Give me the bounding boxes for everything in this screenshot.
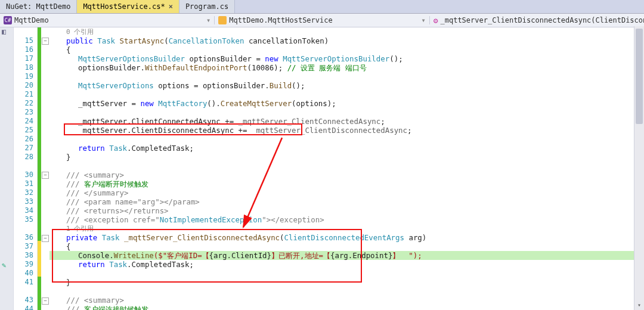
bookmark-icon[interactable]: ◧: [2, 27, 6, 36]
line-number: 18: [14, 63, 33, 72]
line-number: 26: [14, 135, 33, 144]
line-number: 33: [14, 197, 33, 206]
line-number: 23: [14, 108, 33, 117]
line-number: 36: [14, 233, 33, 242]
line-number: 20: [14, 81, 33, 90]
csharp-project-icon: C#: [4, 16, 12, 24]
scope-project-dropdown[interactable]: C# MqttDemo ▾: [0, 16, 214, 24]
code-line[interactable]: /// <exception cref="NotImplementedExcep…: [49, 215, 644, 224]
close-icon[interactable]: ×: [169, 2, 173, 11]
line-number: 16: [14, 45, 33, 54]
line-number: 32: [14, 188, 33, 197]
outlining-margin[interactable]: − − − −: [41, 27, 49, 310]
line-number: 15: [14, 36, 33, 45]
line-numbers: 1516171819202122232425262728303132333435…: [14, 27, 38, 310]
line-number: 34: [14, 206, 33, 215]
line-number: 35: [14, 215, 33, 224]
method-icon: ⚙: [434, 16, 438, 24]
line-number: 41: [14, 278, 33, 287]
code-line[interactable]: MqttServerOptionsBuilder optionsBuilder …: [49, 54, 644, 63]
code-line[interactable]: /// <returns></returns>: [49, 206, 644, 215]
edit-icon: ✎: [2, 261, 6, 269]
code-line[interactable]: /// <summary>: [49, 296, 644, 305]
tab-program[interactable]: Program.cs: [179, 0, 235, 13]
code-line[interactable]: /// <param name="arg"></param>: [49, 197, 644, 206]
line-number: 19: [14, 72, 33, 81]
class-icon: [218, 16, 227, 24]
fold-toggle[interactable]: −: [42, 297, 49, 305]
code-line[interactable]: private Task _mqttServer_ClientDisconnec…: [49, 233, 644, 242]
tab-nuget[interactable]: NuGet: MqttDemo: [0, 0, 77, 13]
vertical-scrollbar[interactable]: ▴ ▾: [634, 26, 644, 310]
code-line[interactable]: optionsBuilder.WithDefaultEndpointPort(1…: [49, 63, 644, 72]
code-line[interactable]: MqttServerOptions options = optionsBuild…: [49, 81, 644, 90]
line-number: 17: [14, 54, 33, 63]
document-tabs: NuGet: MqttDemo MqttHostService.cs* × Pr…: [0, 0, 644, 14]
scope-class-dropdown[interactable]: MqttDemo.MqttHostService ▾: [214, 16, 429, 24]
line-number: 25: [14, 126, 33, 135]
editor-area: ◧ ✎ 151617181920212223242526272830313233…: [0, 27, 644, 310]
codelens-references[interactable]: 0 个引用: [49, 27, 644, 36]
code-line[interactable]: /// 客户端连接时候触发: [49, 305, 644, 310]
code-line[interactable]: /// 客户端断开时候触发: [49, 179, 644, 188]
chevron-down-icon: ▾: [421, 16, 425, 24]
scroll-down-button[interactable]: ▾: [634, 302, 644, 310]
code-line[interactable]: /// </summary>: [49, 188, 644, 197]
fold-toggle[interactable]: −: [42, 235, 49, 242]
code-line[interactable]: /// <summary>: [49, 170, 644, 179]
line-number: 31: [14, 179, 33, 188]
line-number: 30: [14, 170, 33, 179]
line-number: 22: [14, 99, 33, 108]
code-line[interactable]: }: [49, 153, 644, 162]
line-number: 24: [14, 117, 33, 126]
code-line[interactable]: {: [49, 242, 644, 251]
line-number: 27: [14, 144, 33, 153]
line-number: 44: [14, 305, 33, 310]
line-number: [14, 27, 33, 36]
code-line[interactable]: }: [49, 278, 644, 287]
fold-toggle[interactable]: −: [42, 172, 49, 179]
line-number: 37: [14, 242, 33, 251]
line-number: [14, 287, 33, 296]
line-number: [14, 162, 33, 170]
code-line[interactable]: public Task StartAsync(CancellationToken…: [49, 36, 644, 45]
line-number: 39: [14, 260, 33, 269]
code-line[interactable]: return Task.CompletedTask;: [49, 260, 644, 269]
line-number: [14, 224, 33, 233]
line-number: 38: [14, 251, 33, 260]
line-number: 40: [14, 269, 33, 278]
indicator-margin[interactable]: ◧ ✎: [0, 27, 14, 310]
code-line-current[interactable]: Console.WriteLine($"客户端ID=【{arg.ClientId…: [49, 251, 644, 260]
line-number: 21: [14, 90, 33, 99]
code-line[interactable]: _mqttServer.ClientDisconnectedAsync += _…: [49, 126, 644, 135]
navigation-bar: C# MqttDemo ▾ MqttDemo.MqttHostService ▾…: [0, 14, 644, 27]
scope-member-dropdown[interactable]: ⚙ _mqttServer_ClientDisconnectedAsync(Cl…: [429, 16, 644, 24]
code-surface[interactable]: 0 个引用 public Task StartAsync(Cancellatio…: [49, 27, 644, 310]
ide-root: NuGet: MqttDemo MqttHostService.cs* × Pr…: [0, 0, 644, 310]
codelens-references[interactable]: 1 个引用: [49, 224, 644, 233]
line-number: 43: [14, 296, 33, 305]
chevron-down-icon: ▾: [206, 16, 210, 24]
fold-toggle[interactable]: −: [42, 38, 49, 45]
tab-mqtthostservice[interactable]: MqttHostService.cs* ×: [77, 0, 179, 13]
line-number: 28: [14, 153, 33, 162]
code-line[interactable]: return Task.CompletedTask;: [49, 144, 644, 153]
scroll-thumb[interactable]: [636, 29, 643, 124]
code-line[interactable]: _mqttServer.ClientConnectedAsync += _mqt…: [49, 117, 644, 126]
code-line[interactable]: _mqttServer = new MqttFactory().CreateMq…: [49, 99, 644, 108]
code-line[interactable]: {: [49, 45, 644, 54]
